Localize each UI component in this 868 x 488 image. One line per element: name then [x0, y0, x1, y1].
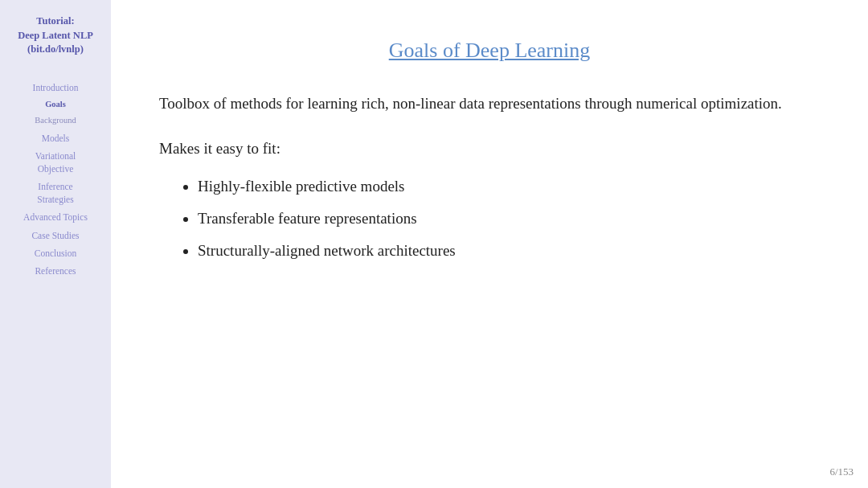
sidebar-item-case-studies[interactable]: Case Studies [6, 228, 104, 244]
sidebar-item-variational-objective[interactable]: Variational Objective [6, 148, 104, 177]
sidebar-item-models[interactable]: Models [6, 130, 104, 146]
bullet-list: Highly-flexible predictive modelsTransfe… [159, 172, 820, 265]
sidebar-item-advanced-topics[interactable]: Advanced Topics [6, 209, 104, 225]
main-content: Goals of Deep Learning Toolbox of method… [111, 0, 868, 488]
slide-title: Goals of Deep Learning [159, 39, 820, 63]
intro-text: Toolbox of methods for learning rich, no… [159, 92, 820, 115]
sidebar-item-background[interactable]: Background [6, 113, 104, 129]
bullet-item: Structurally-aligned network architectur… [198, 236, 820, 265]
bullet-item: Transferable feature representations [198, 204, 820, 233]
sidebar-item-introduction[interactable]: Introduction [6, 80, 104, 96]
sidebar-item-conclusion[interactable]: Conclusion [6, 245, 104, 261]
sidebar-nav: IntroductionGoalsBackgroundModelsVariati… [6, 80, 104, 279]
makes-label: Makes it easy to fit: [159, 137, 820, 161]
page-number: 6/153 [829, 465, 854, 478]
sidebar: Tutorial: Deep Latent NLP (bit.do/lvnlp)… [0, 0, 111, 488]
sidebar-item-references[interactable]: References [6, 263, 104, 279]
slide-body: Toolbox of methods for learning rich, no… [159, 92, 820, 269]
sidebar-item-inference-strategies[interactable]: Inference Strategies [6, 178, 104, 207]
sidebar-item-goals[interactable]: Goals [6, 97, 104, 113]
sidebar-title: Tutorial: Deep Latent NLP (bit.do/lvnlp) [18, 14, 93, 57]
bullet-item: Highly-flexible predictive models [198, 172, 820, 201]
